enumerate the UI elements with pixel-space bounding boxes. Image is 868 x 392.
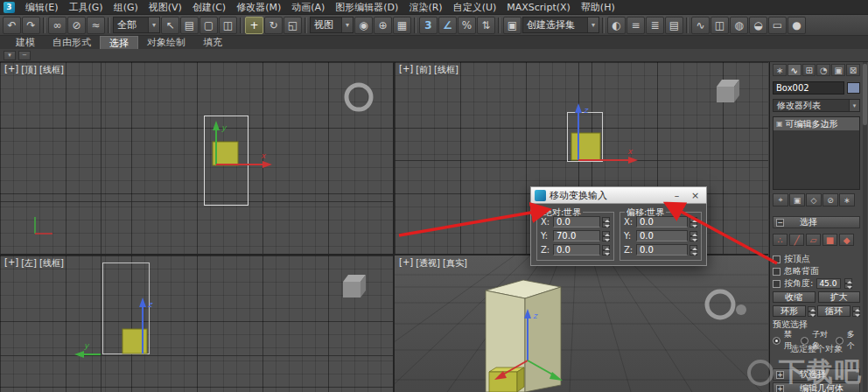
rectangular-selection-icon[interactable]: ▢ [200, 17, 218, 34]
dialog-title-bar[interactable]: 移动变换输入 – × [530, 186, 707, 204]
absolute-x-spinner[interactable] [602, 217, 610, 228]
menu-animation[interactable]: 动画(A) [286, 1, 330, 14]
material-editor-icon[interactable]: ◍ [730, 17, 748, 34]
offset-y-spinner[interactable] [690, 231, 697, 242]
rollout-edit-geometry-header[interactable]: + 编辑几何体 [773, 382, 860, 392]
link-icon[interactable]: ∞ [48, 17, 66, 34]
select-object-icon[interactable]: ↖ [161, 17, 179, 34]
render-setup-icon[interactable]: ◒ [749, 17, 767, 34]
select-and-scale-icon[interactable]: ◱ [284, 17, 302, 34]
offset-z-field[interactable]: 0.0 [636, 244, 688, 256]
modifier-stack[interactable]: ▣ 可编辑多边形 [773, 116, 860, 190]
app-logo-icon[interactable]: 3 [4, 2, 15, 13]
window-crossing-icon[interactable]: ◫ [219, 17, 237, 34]
show-end-result-icon[interactable]: ▣ [789, 193, 805, 206]
viewport-menu-view[interactable]: [顶] [21, 64, 37, 76]
viewport-menu-shading[interactable]: [线框] [39, 257, 64, 270]
viewcube-ring-icon[interactable] [346, 85, 371, 109]
snap-toggle-3d-icon[interactable]: 3 [419, 17, 438, 34]
select-by-name-icon[interactable]: ▤ [180, 17, 199, 34]
rollout-soft-selection-header[interactable]: + 软选择 [773, 368, 860, 381]
angle-value-field[interactable]: 45.0 [816, 278, 841, 289]
chevron-down-icon[interactable]: ▾ [148, 18, 159, 32]
ribbon-tab-selection[interactable]: 选择 [100, 36, 138, 49]
angle-snap-icon[interactable]: ∠ [438, 17, 457, 34]
menu-views[interactable]: 视图(V) [144, 1, 187, 14]
ribbon-tab-freeform[interactable]: 自由形式 [44, 36, 100, 49]
viewcube-icon[interactable] [343, 275, 366, 298]
menu-create[interactable]: 创建(C) [187, 1, 231, 14]
ribbon-tab-modeling[interactable]: 建模 [7, 36, 44, 49]
expand-icon[interactable]: + [776, 371, 784, 379]
named-selection-dropdown[interactable]: 创建选择集 ▾ [522, 17, 599, 33]
viewport-menu-shading[interactable]: [真实] [443, 257, 467, 270]
minimize-icon[interactable]: – [669, 189, 684, 202]
menu-help[interactable]: 帮助(H) [576, 1, 620, 14]
named-selection-sets-icon[interactable]: ▣ [503, 17, 522, 34]
angle-spinner[interactable] [844, 278, 852, 289]
viewport-top[interactable]: [+] [顶] [线框] y x [0, 62, 393, 254]
menu-edit[interactable]: 编辑(E) [20, 1, 64, 14]
absolute-z-spinner[interactable] [602, 245, 610, 256]
loop-spinner[interactable] [852, 306, 860, 317]
chevron-down-icon[interactable]: ▾ [849, 100, 859, 111]
menu-modifiers[interactable]: 修改器(M) [231, 1, 286, 14]
render-production-icon[interactable]: ● [788, 17, 806, 34]
layer-manager-icon[interactable]: ≣ [646, 17, 664, 34]
absolute-y-spinner[interactable] [602, 231, 610, 242]
ribbon-minimize-icon[interactable]: ▾ [4, 51, 16, 60]
ring-spinner[interactable] [808, 306, 816, 317]
menu-customize[interactable]: 自定义(U) [448, 1, 502, 14]
viewport-perspective[interactable]: [+] [透视] [真实] [395, 256, 768, 392]
object-name-field[interactable]: Box002 [773, 81, 844, 94]
undo-icon[interactable]: ↶ [3, 17, 21, 34]
stack-item-editable-poly[interactable]: ▣ 可编辑多边形 [774, 117, 859, 130]
grow-button[interactable]: 扩大 [818, 291, 861, 303]
bind-spacewarp-icon[interactable]: ≈ [87, 17, 105, 34]
viewport-menu-plus[interactable]: [+] [399, 257, 413, 270]
curve-editor-icon[interactable]: ∿ [691, 17, 710, 34]
ignore-backfacing-checkbox[interactable] [773, 268, 780, 276]
redo-icon[interactable]: ↷ [22, 17, 40, 34]
command-panel-scrollbar[interactable] [863, 62, 867, 392]
make-unique-icon[interactable]: ◇ [806, 193, 822, 206]
modifier-list-dropdown[interactable]: 修改器列表 ▾ [773, 99, 860, 112]
border-mode-icon[interactable]: ▱ [806, 234, 821, 246]
expand-icon[interactable]: + [776, 385, 784, 392]
by-angle-checkbox[interactable] [773, 280, 780, 288]
viewport-menu-shading[interactable]: [线框] [39, 64, 64, 76]
reference-coordinate-dropdown[interactable]: 视图 ▾ [310, 17, 354, 33]
shrink-button[interactable]: 收缩 [773, 291, 816, 303]
loop-button[interactable]: 循环 [817, 305, 850, 317]
offset-y-field[interactable]: 0.0 [636, 230, 688, 242]
polygon-mode-icon[interactable]: ■ [822, 234, 837, 246]
viewport-menu-plus[interactable]: [+] [399, 64, 413, 76]
tab-modify-icon[interactable]: ∿ [788, 64, 802, 76]
close-icon[interactable]: × [688, 189, 703, 202]
viewport-menu-view[interactable]: [左] [21, 257, 37, 270]
mirror-icon[interactable]: ◐ [607, 17, 626, 34]
ribbon-toggle-icon[interactable]: ▤ [665, 17, 683, 34]
menu-maxscript[interactable]: MAXScript(X) [501, 2, 576, 13]
absolute-x-field[interactable]: 0.0 [553, 216, 600, 228]
object-color-swatch[interactable] [847, 82, 860, 94]
spinner-snap-icon[interactable]: ⇅ [477, 17, 495, 34]
menu-tools[interactable]: 工具(G) [64, 1, 108, 14]
align-icon[interactable]: ≡ [626, 17, 645, 34]
chevron-down-icon[interactable]: ▾ [587, 18, 598, 32]
keyboard-override-icon[interactable]: ▦ [393, 17, 411, 34]
ribbon-tab-populate[interactable]: 填充 [194, 36, 231, 49]
viewport-menu-shading[interactable]: [线框] [434, 64, 458, 76]
select-and-manipulate-icon[interactable]: ⊕ [374, 17, 392, 34]
edge-mode-icon[interactable]: ╱ [789, 234, 804, 246]
ribbon-tab-object-paint[interactable]: 对象绘制 [138, 36, 194, 49]
use-pivot-center-icon[interactable]: ◉ [354, 17, 373, 34]
selection-filter-dropdown[interactable]: 全部 ▾ [113, 17, 160, 33]
select-and-move-icon[interactable]: + [245, 17, 263, 34]
menu-rendering[interactable]: 渲染(R) [403, 1, 447, 14]
collapse-icon[interactable]: − [776, 219, 784, 227]
element-mode-icon[interactable]: ◆ [839, 234, 854, 246]
viewport-menu-plus[interactable]: [+] [4, 64, 18, 76]
schematic-view-icon[interactable]: ◫ [710, 17, 729, 34]
chevron-down-icon[interactable]: ▾ [341, 18, 353, 32]
